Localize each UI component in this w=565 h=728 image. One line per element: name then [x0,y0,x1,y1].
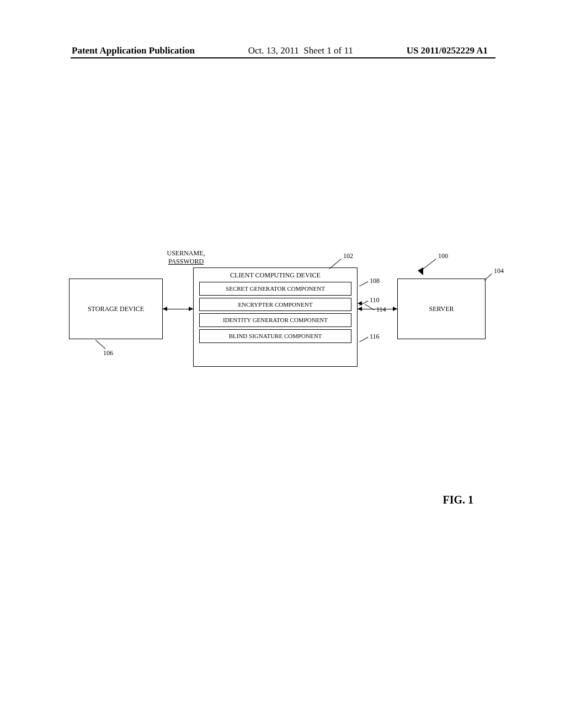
server-box: SERVER [397,279,486,339]
secret-generator-label: SECRET GENERATOR COMPONENT [226,285,325,292]
input-label: USERNAME, PASSWORD [157,249,215,266]
server-label: SERVER [429,305,454,313]
input-password: PASSWORD [157,258,215,266]
header-rule [71,57,495,58]
client-device-box: CLIENT COMPUTING DEVICE SECRET GENERATOR… [193,267,358,367]
storage-device-box: STORAGE DEVICE [69,279,163,339]
identity-generator-label: IDENTITY GENERATOR COMPONENT [223,317,328,323]
lead-104 [484,274,492,281]
ref-116: 116 [370,333,380,341]
header-date-sheet: Oct. 13, 2011 Sheet 1 of 11 [248,45,353,56]
blind-signature-box: BLIND SIGNATURE COMPONENT [199,329,351,343]
ref-114: 114 [376,306,386,314]
header-publication: Patent Application Publication [72,45,195,56]
header-row: Patent Application Publication Oct. 13, … [0,45,565,56]
lead-108 [359,281,368,286]
ref-104: 104 [494,267,504,275]
header-date: Oct. 13, 2011 [248,45,299,56]
input-username: USERNAME, [157,249,215,258]
arrowhead-left-storage [163,307,167,311]
lead-116 [359,337,368,342]
secret-generator-box: SECRET GENERATOR COMPONENT [199,282,351,296]
lead-106 [95,340,106,349]
arrowhead-left-client [358,307,362,311]
arrowhead-right-client [189,307,193,311]
header-sheet: Sheet 1 of 11 [303,45,353,56]
client-device-title: CLIENT COMPUTING DEVICE [199,271,351,280]
arrowhead-right-server [393,307,397,311]
blind-signature-label: BLIND SIGNATURE COMPONENT [229,333,322,339]
encrypter-box: ENCRYPTER COMPONENT [199,298,351,312]
header-pubnumber: US 2011/0252229 A1 [407,45,488,56]
system-diagram: USERNAME, PASSWORD STORAGE DEVICE CLIENT… [69,254,494,381]
identity-generator-box: IDENTITY GENERATOR COMPONENT [199,313,351,327]
figure-label: FIG. 1 [443,494,473,506]
page: Patent Application Publication Oct. 13, … [0,0,565,728]
storage-device-label: STORAGE DEVICE [88,305,144,313]
ref-102: 102 [343,252,353,260]
ref-108: 108 [370,277,380,285]
ref-106: 106 [103,349,113,357]
page-header: Patent Application Publication Oct. 13, … [0,45,565,56]
encrypter-label: ENCRYPTER COMPONENT [238,301,313,308]
ref-110: 110 [370,296,380,304]
ref-100: 100 [438,252,448,260]
